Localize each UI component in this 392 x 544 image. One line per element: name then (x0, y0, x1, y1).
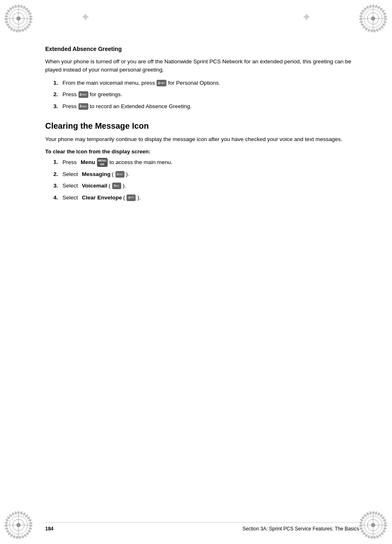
corner-ornament-br (358, 510, 389, 541)
step-3-text-after: to record an Extended Absence Greeting. (90, 102, 192, 111)
clear-step-3-bold: Voicemail (82, 182, 107, 190)
extended-absence-section: Extended Absence Greeting When your phon… (45, 45, 359, 111)
clear-step-2-key: 2ABC (115, 171, 125, 178)
clear-step-1: 1. Press Menu MENU OK to access the main… (53, 158, 359, 167)
step-1: 1. From the main voicemail menu, press 3… (53, 79, 359, 87)
page: Extended Absence Greeting When your phon… (0, 0, 392, 544)
step-2-text-before: Press (62, 90, 77, 99)
clearing-message-section: Clearing the Message Icon Your phone may… (45, 120, 359, 202)
clear-step-2-paren-close: ). (126, 170, 129, 178)
clear-step-3-key: 5JKL (112, 183, 121, 189)
page-number: 184 (45, 526, 53, 532)
clear-step-2-before: Select (62, 170, 78, 178)
page-footer: 184 Section 3A: Sprint PCS Service Featu… (45, 522, 359, 532)
clear-step-4-key: 3DEF (127, 194, 136, 201)
step-1-text-before: From the main voicemail menu, press (62, 79, 155, 87)
clear-step-3-content: Select Voicemail ( 5JKL ). (62, 182, 359, 190)
clear-step-4-before: Select (62, 194, 78, 202)
clear-step-4-bold: Clear Envelope (82, 194, 122, 202)
clear-step-2-bold: Messaging (82, 170, 111, 178)
clearing-message-body: Your phone may temporarily continue to d… (45, 135, 359, 144)
clearing-message-heading: Clearing the Message Icon (45, 120, 359, 131)
step-1-key: 3ABC (157, 80, 166, 86)
step-1-number: 1. (53, 79, 62, 87)
step-3-number: 3. (53, 102, 62, 111)
step-2-content: Press 3ABC for greetings. (62, 90, 359, 99)
step-3: 3. Press 3ABC to record an Extended Abse… (53, 102, 359, 111)
clear-step-2: 2. Select Messaging ( 2ABC ). (53, 170, 359, 178)
corner-ornament-tl (3, 3, 34, 34)
clearing-message-steps: 1. Press Menu MENU OK to access the main… (53, 158, 359, 202)
clear-step-4-content: Select Clear Envelope ( 3DEF ). (62, 194, 359, 202)
step-3-text-before: Press (62, 102, 77, 111)
clear-step-4-paren-close: ). (137, 194, 141, 202)
clear-step-4: 4. Select Clear Envelope ( 3DEF ). (53, 194, 359, 202)
main-content: Extended Absence Greeting When your phon… (45, 45, 359, 511)
clear-step-1-bold: Menu (81, 158, 95, 167)
step-2: 2. Press 3ABC for greetings. (53, 90, 359, 99)
step-3-content: Press 3ABC to record an Extended Absence… (62, 102, 359, 111)
step-2-text-after: for greetings. (90, 90, 122, 99)
step-1-text-after: for Personal Options. (168, 79, 220, 87)
crosshair-top-right (303, 14, 310, 20)
step-2-number: 2. (53, 90, 62, 99)
extended-absence-body: When your phone is turned off or you are… (45, 58, 359, 74)
clear-step-3-paren-close: ). (123, 182, 126, 190)
step-1-content: From the main voicemail menu, press 3ABC… (62, 79, 359, 87)
extended-absence-heading: Extended Absence Greeting (45, 45, 359, 53)
clear-step-4-number: 4. (53, 194, 62, 202)
corner-ornament-bl (3, 510, 34, 541)
footer-section-text: Section 3A: Sprint PCS Service Features:… (242, 526, 359, 532)
clear-step-2-paren-open: ( (112, 170, 114, 178)
crosshair-top (82, 14, 89, 20)
clear-step-3-number: 3. (53, 182, 62, 190)
clear-step-2-content: Select Messaging ( 2ABC ). (62, 170, 359, 178)
extended-absence-steps: 1. From the main voicemail menu, press 3… (53, 79, 359, 111)
step-2-key: 3ABC (78, 91, 88, 98)
clearing-message-bold-label: To clear the icon from the display scree… (45, 148, 359, 155)
clear-step-1-content: Press Menu MENU OK to access the main me… (62, 158, 359, 167)
clear-step-1-before: Press (62, 158, 77, 167)
clear-step-1-number: 1. (53, 158, 62, 166)
clear-step-1-after: to access the main menu. (109, 158, 173, 167)
corner-ornament-tr (358, 3, 389, 34)
clear-step-1-key: MENU OK (97, 158, 108, 167)
clear-step-4-paren-open: ( (123, 194, 125, 202)
clear-step-3-before: Select (62, 182, 78, 190)
clear-step-3: 3. Select Voicemail ( 5JKL ). (53, 182, 359, 190)
step-3-key: 3ABC (78, 103, 88, 110)
clear-step-3-paren-open: ( (108, 182, 111, 190)
clear-step-2-number: 2. (53, 170, 62, 178)
